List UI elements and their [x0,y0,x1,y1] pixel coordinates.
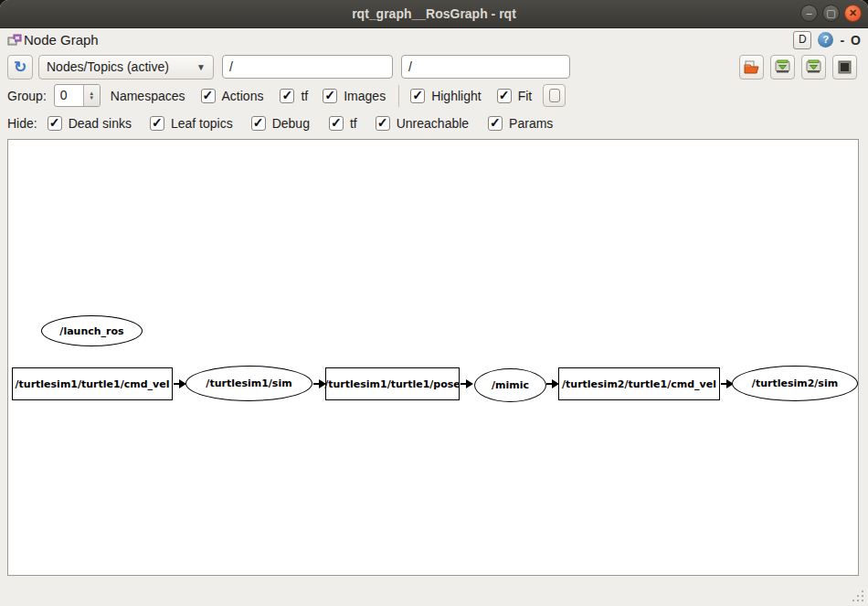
checkbox-fit[interactable]: Fit [497,89,533,103]
graph-node-turtlesim1-cmd-vel[interactable]: /turtlesim1/turtle1/cmd_vel [12,367,173,400]
graph-edge-arrow [546,379,559,388]
graph-edge-arrow [174,379,186,388]
save-image-icon [806,59,821,74]
separator [398,85,399,107]
resize-grip[interactable] [851,589,863,601]
graph-node-mimic[interactable]: /mimic [474,368,546,402]
load-dot-button[interactable] [739,55,764,80]
window-title: rqt_graph__RosGraph - rqt [352,6,516,21]
params-checkbox[interactable] [488,116,503,131]
graph-canvas[interactable]: /launch_ros /turtlesim1/turtle1/cmd_vel … [7,139,859,576]
help-button[interactable]: ? [818,32,833,48]
dead-sinks-label: Dead sinks [69,116,132,131]
save-dot-button[interactable] [770,55,795,80]
spinbox-arrows[interactable]: ▲ ▼ [83,85,100,106]
checkbox-hide-tf[interactable]: tf [329,116,357,131]
dock-collapse-button[interactable]: - [840,33,844,48]
dock-d-label: D [799,33,807,46]
namespaces-label: Namespaces [111,89,185,103]
minimize-button[interactable]: – [800,5,818,22]
maximize-icon: ▢ [826,7,835,18]
options-row: Group: 0 ▲ ▼ Namespaces Actions tf Image… [0,81,868,110]
group-label: Group: [7,89,47,103]
minimize-icon: – [806,7,811,18]
chevron-down-icon: ▼ [196,62,206,72]
dark-square-icon [838,60,852,74]
unreachable-label: Unreachable [397,116,469,131]
graph-node-turtlesim1-pose[interactable]: /turtlesim1/turtle1/pose [325,367,460,400]
highlight-label: Highlight [431,89,481,103]
params-label: Params [509,116,553,131]
graph-node-turtlesim1-sim[interactable]: /turtlesim1/sim [185,366,312,401]
dead-sinks-checkbox[interactable] [48,116,62,131]
maximize-button[interactable]: ▢ [822,5,840,22]
folder-open-icon [744,60,759,74]
window-controls: – ▢ ✕ [800,5,862,22]
fit-checkbox[interactable] [497,89,512,103]
save-icon [775,59,790,74]
refresh-icon: ↻ [14,59,26,75]
topic-filter-input[interactable]: / [401,55,570,79]
refresh-button[interactable]: ↻ [7,55,33,80]
save-image-button[interactable] [801,55,826,80]
spin-down-icon: ▼ [89,96,94,101]
tf-checkbox[interactable] [280,89,294,103]
unreachable-checkbox[interactable] [376,116,390,131]
leaf-topics-checkbox[interactable] [150,116,164,131]
actions-label: Actions [222,89,264,103]
group-spinbox[interactable]: 0 ▲ ▼ [54,84,101,107]
graph-edge-arrow [460,379,473,388]
toolbar: ↻ Nodes/Topics (active) ▼ / / [0,52,868,81]
leaf-topics-label: Leaf topics [171,116,233,131]
dock-float-button[interactable]: O [851,33,861,48]
checkbox-tf[interactable]: tf [280,89,308,103]
node-filter-input[interactable]: / [222,55,393,79]
hide-label: Hide: [7,116,37,131]
graph-node-turtlesim2-cmd-vel[interactable]: /turtlesim2/turtle1/cmd_vel [558,367,720,400]
rqt-window: rqt_graph__RosGraph - rqt – ▢ ✕ Node Gra… [0,0,868,606]
fit-in-view-icon [549,89,560,102]
checkbox-actions[interactable]: Actions [201,89,264,103]
hide-tf-label: tf [350,116,357,131]
checkbox-params[interactable]: Params [488,116,553,131]
debug-label: Debug [272,116,310,131]
checkbox-highlight[interactable]: Highlight [410,89,481,103]
graph-type-dropdown[interactable]: Nodes/Topics (active) ▼ [38,55,214,80]
images-label: Images [344,89,386,103]
graph-node-turtlesim2-sim[interactable]: /turtlesim2/sim [732,366,858,401]
tf-label: tf [301,89,308,103]
fit-in-view-button[interactable] [543,84,566,107]
close-button[interactable]: ✕ [844,5,862,22]
debug-checkbox[interactable] [251,116,266,131]
node-graph-icon [7,33,22,48]
highlight-checkbox[interactable] [410,89,425,103]
checkbox-debug[interactable]: Debug [251,116,310,131]
titlebar[interactable]: rqt_graph__RosGraph - rqt – ▢ ✕ [0,0,868,28]
actions-checkbox[interactable] [201,89,216,103]
panel-title: Node Graph [24,32,99,48]
dock-d-button[interactable]: D [793,31,811,49]
panel-header: Node Graph D ? - O [0,27,868,52]
hide-tf-checkbox[interactable] [329,116,344,131]
screenshot-button[interactable] [832,55,857,80]
help-icon: ? [823,34,830,45]
close-icon: ✕ [849,7,857,18]
graph-type-value: Nodes/Topics (active) [47,59,169,74]
checkbox-dead-sinks[interactable]: Dead sinks [48,116,132,131]
graph-node-launch-ros[interactable]: /launch_ros [41,315,143,346]
fit-label: Fit [518,89,533,103]
checkbox-images[interactable]: Images [323,89,386,103]
checkbox-unreachable[interactable]: Unreachable [376,116,469,131]
group-value: 0 [55,85,83,106]
hide-row: Hide: Dead sinks Leaf topics Debug tf Un… [0,110,868,137]
checkbox-leaf-topics[interactable]: Leaf topics [150,116,233,131]
images-checkbox[interactable] [323,89,337,103]
